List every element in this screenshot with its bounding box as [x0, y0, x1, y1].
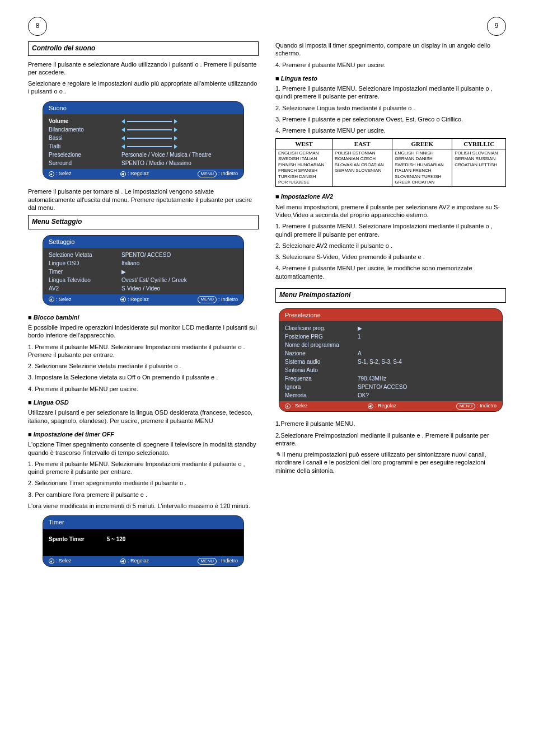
- language-table: WEST EAST GREEK CYRILLIC ENGLISH GERMAN …: [275, 138, 506, 187]
- heading-txtlang: Lingua testo: [275, 74, 506, 82]
- page-number-left: 8: [28, 17, 47, 36]
- osd-title: Suono: [43, 102, 243, 114]
- menu-pill-icon: MENU: [198, 296, 217, 303]
- section-setup-title: Menu Settaggio: [28, 215, 259, 229]
- leftright-icon: ◀: [120, 171, 126, 177]
- text: 3. Per cambiare l'ora premere il pulsant…: [28, 491, 259, 499]
- updown-icon: ▲: [285, 403, 291, 409]
- heading-sleep: Impostazione del timer OFF: [28, 430, 259, 438]
- heading-osdlang: Lingua OSD: [28, 398, 259, 406]
- text: 1. Premere il pulsante MENU. Selezionare…: [28, 460, 259, 476]
- text: 3. Premere il pulsante e per selezionare…: [275, 115, 506, 123]
- text: 1. Premere il pulsante MENU. Selezionare…: [275, 84, 506, 101]
- leftright-icon: ◀: [120, 558, 126, 564]
- text: 2. Selezionare AV2 mediante il pulsante …: [275, 242, 506, 250]
- text: 2. Selezionare Lingua testo mediante il …: [275, 104, 506, 112]
- menu-pill-icon: MENU: [198, 558, 217, 565]
- osd-preset: Preselezione Clasificare prog.▶ Posizion…: [279, 308, 503, 412]
- osd-title: Settaggio: [43, 236, 243, 248]
- text: 2. Selezionare Selezione vietata mediant…: [28, 362, 259, 370]
- text: 2. Selezionare Timer spegnimento mediant…: [28, 479, 259, 487]
- osd-title: Timer: [43, 516, 243, 528]
- menu-pill-icon: MENU: [198, 171, 217, 177]
- text: 1.Premere il pulsante MENU.: [275, 420, 506, 428]
- updown-icon: ▲: [49, 171, 54, 177]
- heading-av2: Impostazione AV2: [275, 192, 506, 200]
- text: Premere il pulsante per tornare al . Le …: [28, 187, 259, 212]
- page-number-right: 9: [487, 17, 506, 36]
- osd-timer: Timer Spento Timer 5 ~ 120 ▲: Selez ◀: R…: [43, 515, 244, 567]
- text: Utilizzare i pulsanti e per selezionare …: [28, 408, 259, 425]
- updown-icon: ▲: [49, 297, 54, 302]
- text: 3. Selezionare S-Video, Video premendo i…: [275, 253, 506, 261]
- osd-sound: Suono Volume Bilanciamento Bassi Tlalti …: [43, 101, 244, 180]
- text: 3. Impostare la Selezione vietata su Off…: [28, 373, 259, 381]
- leftright-icon: ◀: [120, 297, 126, 302]
- text: 1. Premere il pulsante MENU. Selezionare…: [28, 343, 259, 359]
- text: È possibile impedire operazioni indeside…: [28, 323, 259, 340]
- text: Selezionare e regolare le impostazioni a…: [28, 79, 259, 96]
- text: L'ora viene modificata in incrementi di …: [28, 502, 259, 510]
- osd-title: Preselezione: [279, 309, 502, 321]
- leftright-icon: ◀: [368, 403, 373, 409]
- osd-setup: Settaggio Selezione VietataSPENTO/ ACCES…: [43, 235, 244, 306]
- heading-childlock: Blocco bambini: [28, 313, 259, 321]
- section-sound-title: Controllo del suono: [28, 41, 259, 56]
- text: Quando si imposta il timer spegnimento, …: [275, 41, 506, 58]
- page-header: 8 9: [28, 17, 506, 36]
- updown-icon: ▲: [49, 558, 54, 564]
- text: 1. Premere il pulsante MENU. Selezionare…: [275, 222, 506, 238]
- text: 4. Premere il pulsante MENU per uscire.: [275, 126, 506, 134]
- text: L'opzione Timer spegnimento consente di …: [28, 440, 259, 457]
- text: 4. Premere il pulsante MENU per uscire.: [275, 61, 506, 69]
- text: 4. Premere il pulsante MENU per uscire.: [28, 385, 259, 393]
- menu-pill-icon: MENU: [456, 403, 475, 410]
- text: 2.Selezionare Preimpostazioni mediante i…: [275, 431, 506, 448]
- text: Premere il pulsante e selezionare Audio …: [28, 60, 259, 77]
- right-column: Quando si imposta il timer spegnimento, …: [275, 41, 506, 575]
- text: Nel menu impostazioni, premere il pulsan…: [275, 203, 506, 219]
- section-preset-title: Menu Preimpostazioni: [275, 288, 506, 303]
- left-column: Controllo del suono Premere il pulsante …: [28, 41, 259, 575]
- text: ✎ Il menu preimpostazioni può essere uti…: [275, 450, 506, 475]
- note-icon: ✎: [275, 451, 280, 458]
- text: 4. Premere il pulsante MENU per uscire, …: [275, 264, 506, 280]
